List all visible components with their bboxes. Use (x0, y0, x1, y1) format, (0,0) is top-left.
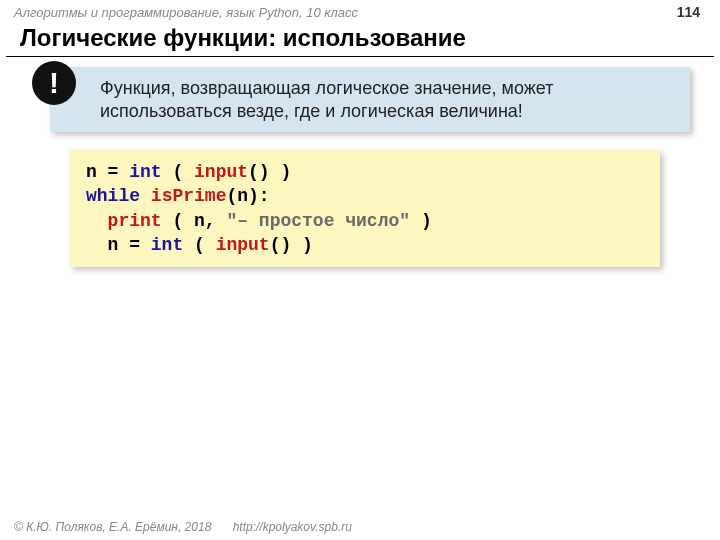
code-l2: while isPrime(n): (86, 186, 270, 206)
exclamation-badge: ! (32, 61, 76, 105)
footer-url: http://kpolyakov.spb.ru (233, 520, 352, 534)
code-l1: n = int ( input() ) (86, 162, 291, 182)
code-l3: print ( n, "– простое число" ) (86, 211, 432, 231)
header-strip: Алгоритмы и программирование, язык Pytho… (0, 0, 720, 22)
note-box: ! Функция, возвращающая логическое значе… (50, 67, 690, 132)
page-title: Логические функции: использование (6, 22, 714, 57)
code-l4: n = int ( input() ) (86, 235, 313, 255)
footer: © К.Ю. Поляков, Е.А. Ерёмин, 2018 http:/… (14, 520, 352, 534)
copyright: © К.Ю. Поляков, Е.А. Ерёмин, 2018 (14, 520, 211, 534)
code-block: n = int ( input() ) while isPrime(n): pr… (70, 150, 660, 267)
note-text: Функция, возвращающая логическое значени… (100, 78, 553, 121)
page-number: 114 (677, 4, 700, 20)
course-label: Алгоритмы и программирование, язык Pytho… (14, 5, 358, 20)
